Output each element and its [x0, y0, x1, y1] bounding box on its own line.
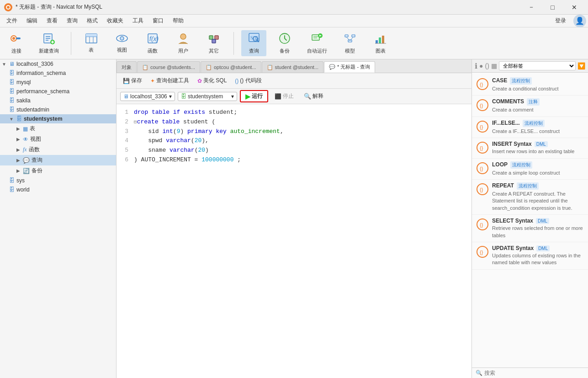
menu-favorites[interactable]: 收藏夹	[102, 15, 128, 27]
toolbar-autorun[interactable]: 自动运行	[302, 30, 332, 56]
sidebar-item-mysql[interactable]: 🗄 mysql	[0, 78, 116, 87]
sidebar-item-tables[interactable]: ▶ ▦ 表	[0, 123, 116, 134]
sidebar-item-performance[interactable]: 🗄 performance_schema	[0, 87, 116, 96]
toolbar-table[interactable]: 表	[79, 31, 104, 55]
sidebar-item-queries[interactable]: ▶ 💬 查询	[0, 155, 116, 165]
sidebar: ▼ 🖥 localhost_3306 🗄 information_schema …	[0, 59, 117, 378]
tag-selector[interactable]: 全部标签	[499, 61, 576, 70]
new-query-label: 新建查询	[39, 48, 59, 54]
repeat-tag: 流程控制	[517, 182, 539, 190]
query-icon: SQL	[248, 32, 260, 47]
snippet-insert[interactable]: {} INSERT Syntax DML Insert new rows int…	[472, 138, 588, 158]
toolbar-new-query[interactable]: 新建查询	[34, 30, 64, 56]
snippet-case[interactable]: {} CASE 流程控制 Create a conditional constr…	[472, 75, 588, 96]
backup-folder-icon: 🔄	[23, 168, 30, 174]
svg-rect-42	[376, 40, 378, 43]
toolbar-backup[interactable]: 备份	[272, 30, 297, 56]
login-button[interactable]: 登录	[550, 16, 572, 26]
menu-window[interactable]: 窗口	[148, 15, 168, 27]
connect-label: 连接	[11, 48, 21, 54]
sidebar-item-studentsystem[interactable]: ▼ 🗄 studentsystem	[0, 114, 116, 123]
sidebar-item-functions[interactable]: ▶ fx 函数	[0, 144, 116, 155]
svg-text:{}: {}	[480, 222, 483, 228]
toolbar-model[interactable]: 模型	[337, 30, 362, 56]
parens-icon: ()	[485, 62, 489, 69]
save-button[interactable]: 💾 保存	[120, 76, 145, 85]
menu-tools[interactable]: 工具	[128, 15, 148, 27]
sidebar-item-backup[interactable]: ▶ 🔄 备份	[0, 165, 116, 176]
menu-file[interactable]: 文件	[2, 15, 22, 27]
snippet-repeat[interactable]: {} REPEAT 流程控制 Create A REPEAT construct…	[472, 180, 588, 215]
snippet-comments[interactable]: {} COMMENTS 注释 Create a comment	[472, 96, 588, 117]
comments-name: COMMENTS	[492, 98, 524, 105]
ifelse-desc: Create a IF...ELSE... construct	[492, 128, 560, 135]
tab-untitled[interactable]: 💬 * 无标题 - 查询	[324, 61, 375, 73]
toolbar-view[interactable]: 视图	[109, 31, 134, 55]
chart-icon	[374, 32, 387, 47]
stop-button[interactable]: ⬛ 停止	[271, 91, 297, 101]
toolbar-chart[interactable]: 图表	[368, 30, 393, 56]
db-icon-3: 🗄	[9, 88, 15, 95]
snippet-select[interactable]: {} SELECT Syntax DML Retrieve rows selec…	[472, 215, 588, 242]
toolbar-connect[interactable]: 连接	[4, 30, 29, 56]
svg-text:f(x): f(x)	[149, 35, 159, 43]
menu-format[interactable]: 格式	[82, 15, 102, 27]
sidebar-item-views[interactable]: ▶ 👁 视图	[0, 134, 116, 144]
db-icon-6: 🗄	[16, 116, 22, 122]
svg-text:{}: {}	[480, 82, 483, 87]
code-line-6: 6 ) AUTO_INCREMENT = 100000000 ;	[120, 155, 468, 165]
toolbar-query[interactable]: SQL 查询	[241, 30, 266, 56]
exec-bar: 🖥 localhost_3306 ▾ 🗄 studentsystem ▾ ▶ 运…	[117, 89, 471, 104]
search-input[interactable]	[484, 370, 584, 376]
snippet-ifelse[interactable]: {} IF...ELSE... 流程控制 Create a IF...ELSE.…	[472, 117, 588, 138]
conn-arrow: ▾	[169, 93, 172, 100]
sidebar-mysql-label: mysql	[16, 79, 31, 85]
menu-query[interactable]: 查询	[62, 15, 82, 27]
sidebar-item-sakila[interactable]: 🗄 sakila	[0, 96, 116, 105]
snippet-update[interactable]: {} UPDATE Syntax DML Updates columns of …	[472, 242, 588, 270]
sidebar-item-sys[interactable]: 🗄 sys	[0, 176, 116, 185]
sidebar-item-information-schema[interactable]: 🗄 information_schema	[0, 69, 116, 78]
filter-icon[interactable]: 🔽	[577, 62, 585, 69]
tab-optcou[interactable]: 📋 optcou @student...	[201, 61, 261, 73]
maximize-button[interactable]: □	[542, 0, 563, 15]
tab-course[interactable]: 📋 course @students...	[137, 61, 200, 73]
menu-view[interactable]: 查看	[42, 15, 62, 27]
explain-button[interactable]: 🔍 解释	[300, 91, 327, 101]
code-block-button[interactable]: () () 代码段	[232, 76, 264, 85]
explain-label: 解释	[313, 92, 323, 100]
line-num-2: 2	[120, 117, 128, 127]
chart-label: 图表	[376, 48, 386, 54]
app-logo	[4, 3, 13, 12]
stop-icon: ⬛	[275, 93, 281, 100]
sidebar-tables-label: 表	[30, 125, 35, 133]
line-content-4: spwd varchar(20),	[134, 136, 468, 146]
sidebar-sakila-label: sakila	[16, 97, 31, 104]
tab-object[interactable]: 对象	[117, 61, 137, 73]
code-editor[interactable]: 1 drop table if exists student; 2 ⊟creat…	[117, 104, 471, 378]
sidebar-item-world[interactable]: 🗄 world	[0, 185, 116, 194]
menu-help[interactable]: 帮助	[168, 15, 188, 27]
toolbar-other[interactable]: 其它	[201, 30, 226, 56]
sidebar-item-localhost[interactable]: ▼ 🖥 localhost_3306	[0, 59, 116, 69]
sidebar-backup-label: 备份	[32, 167, 42, 175]
toolbar-user[interactable]: 用户	[170, 30, 196, 56]
beautify-button[interactable]: ✿ 美化 SQL	[195, 76, 229, 85]
select-tag: DML	[536, 218, 549, 224]
minimize-button[interactable]: －	[521, 0, 541, 15]
database-selector[interactable]: 🗄 studentsystem ▾	[178, 92, 237, 101]
build-tool-button[interactable]: ✦ 查询创建工具	[148, 76, 192, 85]
close-button[interactable]: ✕	[564, 0, 584, 15]
tab-student[interactable]: 📋 student @student...	[262, 61, 324, 73]
connection-selector[interactable]: 🖥 localhost_3306 ▾	[120, 92, 175, 101]
view-folder-icon: 👁	[23, 136, 28, 143]
snippet-loop[interactable]: {} LOOP 流程控制 Create a simple loop constr…	[472, 159, 588, 180]
code-line-1: 1 drop table if exists student;	[120, 108, 468, 117]
tab-course-icon: 📋	[142, 64, 148, 70]
run-button[interactable]: ▶ 运行	[240, 90, 268, 102]
toolbar-function[interactable]: f(x) 函数	[140, 30, 165, 56]
backup-icon	[278, 32, 291, 47]
svg-point-5	[12, 37, 15, 40]
sidebar-item-studentadmin[interactable]: 🗄 studentadmin	[0, 105, 116, 114]
menu-edit[interactable]: 编辑	[22, 15, 42, 27]
